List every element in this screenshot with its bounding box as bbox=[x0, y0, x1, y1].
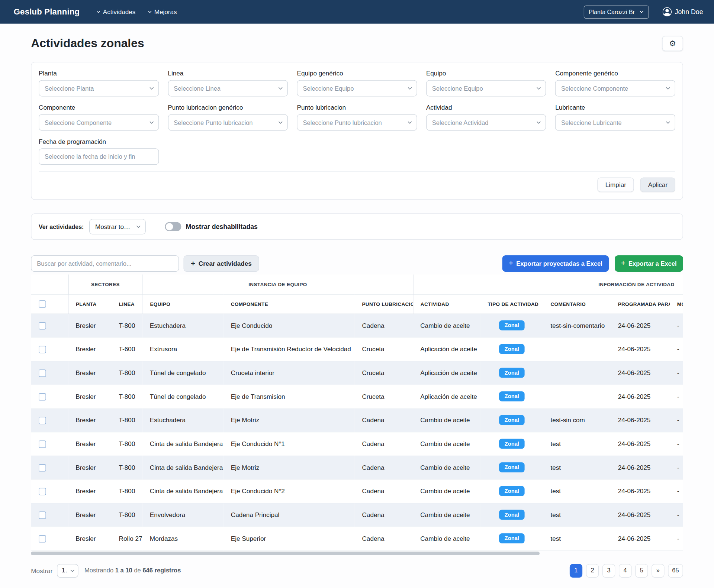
row-checkbox[interactable] bbox=[39, 511, 46, 519]
filter-select-componente-generico[interactable]: Seleccione Componente bbox=[555, 80, 675, 97]
cell-programada-para: 24-06-2025 bbox=[611, 456, 670, 479]
cell-linea: T-800 bbox=[112, 408, 142, 432]
filter-select-lubricante[interactable]: Seleccione Lubricante bbox=[555, 114, 675, 130]
filter-select-equipo-generico[interactable]: Seleccione Equipo bbox=[297, 80, 417, 97]
pagination: 12345»65 bbox=[570, 564, 683, 578]
row-select-cell bbox=[31, 361, 68, 385]
cell-planta: Bresler bbox=[68, 314, 112, 337]
table-row[interactable]: Bresler T-800 Túnel de congelado Eje de … bbox=[31, 385, 683, 408]
nav-mejoras[interactable]: Mejoras bbox=[147, 8, 177, 16]
table-row[interactable]: Bresler T-600 Extrusora Eje de Transmisi… bbox=[31, 337, 683, 361]
filter-label: Componente genérico bbox=[555, 70, 675, 77]
select-placeholder: Seleccione Punto lubricacion bbox=[174, 119, 253, 126]
export-projected-button[interactable]: + Exportar proyectadas a Excel bbox=[502, 255, 609, 272]
date-range-input[interactable] bbox=[39, 148, 159, 165]
cell-extra: - bbox=[670, 361, 683, 385]
filter-select-punto-lubricacion[interactable]: Seleccione Punto lubricacion bbox=[297, 114, 417, 130]
cell-equipo: Estuchadera bbox=[142, 408, 223, 432]
filter-select-componente[interactable]: Seleccione Componente bbox=[39, 114, 159, 130]
row-checkbox[interactable] bbox=[39, 440, 46, 448]
cell-programada-para: 24-06-2025 bbox=[611, 432, 670, 456]
chevron-down-icon bbox=[149, 85, 154, 91]
pagination-page-65[interactable]: 65 bbox=[668, 564, 683, 578]
column-header-programada-para: PROGRAMADA PARA bbox=[611, 294, 670, 313]
pagination-page-4[interactable]: 4 bbox=[619, 564, 631, 578]
cell-planta: Bresler bbox=[68, 527, 112, 550]
chevron-down-icon bbox=[536, 85, 542, 91]
table-row[interactable]: Bresler T-800 Túnel de congelado Cruceta… bbox=[31, 361, 683, 385]
chevron-down-icon bbox=[665, 120, 671, 125]
view-activities-select[interactable]: Mostrar todas bbox=[89, 219, 146, 235]
row-checkbox[interactable] bbox=[39, 322, 46, 330]
filter-select-actividad[interactable]: Seleccione Actividad bbox=[426, 114, 546, 130]
row-checkbox[interactable] bbox=[39, 346, 46, 353]
user-name: John Doe bbox=[675, 8, 703, 16]
pagination-page-3[interactable]: 3 bbox=[602, 564, 615, 578]
filter-field-equipo-generico: Equipo genérico Seleccione Equipo bbox=[297, 70, 417, 96]
cell-planta: Bresler bbox=[68, 432, 112, 456]
filter-select-punto-lubricacion-generico[interactable]: Seleccione Punto lubricacion bbox=[168, 114, 288, 130]
row-checkbox[interactable] bbox=[39, 369, 46, 377]
row-checkbox[interactable] bbox=[39, 464, 46, 472]
table-row[interactable]: Bresler T-800 Cinta de salida Bandejera … bbox=[31, 456, 683, 479]
cell-linea: T-800 bbox=[112, 361, 142, 385]
user-menu[interactable]: John Doe bbox=[663, 7, 703, 16]
filter-select-linea[interactable]: Seleccione Linea bbox=[168, 80, 288, 97]
row-checkbox[interactable] bbox=[39, 535, 46, 543]
app-brand[interactable]: Geslub Planning bbox=[14, 7, 80, 17]
filter-label: Punto lubricacion bbox=[297, 104, 417, 111]
pagination-page-5[interactable]: 5 bbox=[635, 564, 648, 578]
table-row[interactable]: Bresler T-800 Envolvedora Cadena Princip… bbox=[31, 503, 683, 527]
table-row[interactable]: Bresler T-800 Cinta de salida Bandejera … bbox=[31, 432, 683, 456]
row-checkbox[interactable] bbox=[39, 393, 46, 401]
search-input[interactable] bbox=[31, 255, 179, 272]
select-placeholder: Seleccione Componente bbox=[561, 85, 628, 91]
select-all-checkbox[interactable] bbox=[39, 300, 46, 308]
row-select-cell bbox=[31, 314, 68, 337]
records-summary: Mostrando 1 a 10 de 646 registros bbox=[84, 567, 181, 574]
pagination-next-button[interactable]: » bbox=[652, 564, 664, 578]
cell-actividad: Cambio de aceite bbox=[413, 479, 480, 503]
clear-filters-button[interactable]: Limpiar bbox=[598, 178, 634, 192]
cell-componente: Cadena Principal bbox=[223, 503, 355, 527]
pagination-page-2[interactable]: 2 bbox=[586, 564, 599, 578]
filter-field-componente: Componente Seleccione Componente bbox=[39, 104, 159, 130]
create-activities-button[interactable]: + Crear actividades bbox=[183, 255, 259, 272]
cell-programada-para: 24-06-2025 bbox=[611, 337, 670, 361]
cell-linea: T-800 bbox=[112, 456, 142, 479]
cell-linea: Rollo 27 bbox=[112, 527, 142, 550]
nav-actividades[interactable]: Actividades bbox=[96, 8, 135, 16]
group-empty bbox=[31, 274, 68, 294]
settings-button[interactable]: ⚙ bbox=[662, 36, 683, 51]
table-row[interactable]: Bresler T-800 Estuchadera Eje Motriz Cad… bbox=[31, 408, 683, 432]
show-disabled-toggle[interactable] bbox=[165, 222, 181, 231]
cell-punto-lubricacion: Cruceta bbox=[355, 337, 413, 361]
cell-extra: - bbox=[670, 456, 683, 479]
cell-extra: - bbox=[670, 503, 683, 527]
apply-filters-button[interactable]: Aplicar bbox=[640, 178, 675, 192]
plant-selector[interactable]: Planta Carozzi Br bbox=[584, 5, 649, 19]
filter-select-equipo[interactable]: Seleccione Equipo bbox=[426, 80, 546, 97]
table-row[interactable]: Bresler T-800 Estuchadera Eje Conducido … bbox=[31, 314, 683, 337]
cell-componente: Eje Motriz bbox=[223, 456, 355, 479]
select-all-cell bbox=[31, 294, 68, 313]
row-checkbox[interactable] bbox=[39, 488, 46, 495]
export-excel-button[interactable]: + Exportar a Excel bbox=[615, 255, 683, 272]
filter-field-planta: Planta Seleccione Planta bbox=[39, 70, 159, 96]
cell-tipo-actividad: Zonal bbox=[480, 456, 543, 479]
row-checkbox[interactable] bbox=[39, 417, 46, 424]
cell-programada-para: 24-06-2025 bbox=[611, 408, 670, 432]
plant-selector-label: Planta Carozzi Br bbox=[589, 9, 635, 15]
chevron-down-icon bbox=[639, 10, 644, 14]
pagination-page-1[interactable]: 1 bbox=[570, 564, 582, 578]
cell-tipo-actividad: Zonal bbox=[480, 503, 543, 527]
chevron-down-icon bbox=[278, 85, 283, 91]
table-row[interactable]: Bresler Rollo 27 Mordazas Eje Superior C… bbox=[31, 527, 683, 550]
page-size-select[interactable]: 10 bbox=[57, 564, 79, 578]
table-row[interactable]: Bresler T-800 Cinta de salida Bandejera … bbox=[31, 479, 683, 503]
filter-select-planta[interactable]: Seleccione Planta bbox=[39, 80, 159, 97]
tipo-actividad-badge: Zonal bbox=[499, 462, 525, 472]
tipo-actividad-badge: Zonal bbox=[499, 439, 525, 449]
chevron-down-icon bbox=[278, 120, 283, 125]
horizontal-scrollbar[interactable] bbox=[31, 551, 540, 555]
